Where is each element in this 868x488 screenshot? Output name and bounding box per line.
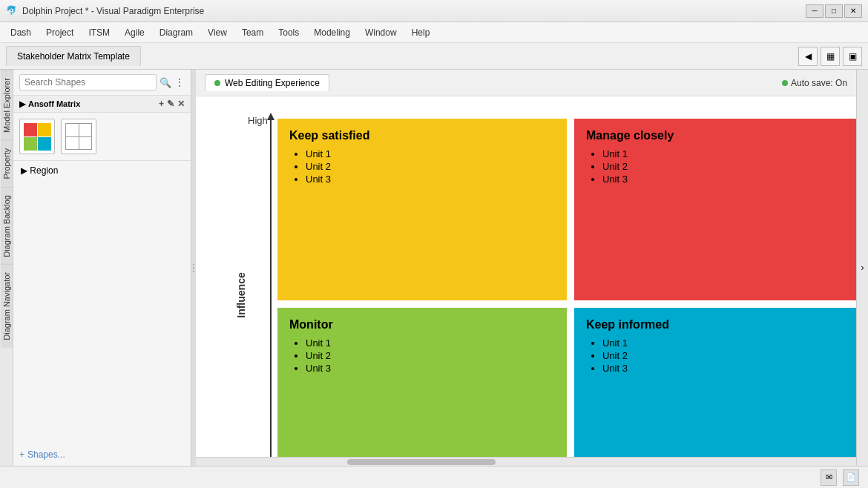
list-item: Unit 2 bbox=[306, 350, 555, 361]
quadrant-manage-closely-list: Unit 1 Unit 2 Unit 3 bbox=[586, 148, 852, 185]
shape-items bbox=[13, 113, 191, 160]
window-controls: ─ □ ✕ bbox=[806, 4, 862, 18]
edit-shape-icon[interactable]: ✎ bbox=[167, 99, 174, 109]
close-button[interactable]: ✕ bbox=[844, 4, 862, 18]
right-collapse-handle[interactable]: › bbox=[856, 70, 868, 466]
swatch-red bbox=[24, 123, 37, 136]
quadrant-manage-closely-title: Manage closely bbox=[586, 129, 852, 142]
y-axis-high: High bbox=[248, 115, 268, 126]
list-item: Unit 3 bbox=[306, 363, 555, 374]
grid-cell-1 bbox=[66, 124, 79, 136]
maximize-button[interactable]: □ bbox=[825, 4, 843, 18]
menu-item-itsm[interactable]: ITSM bbox=[81, 24, 117, 41]
menu-item-diagram[interactable]: Diagram bbox=[152, 24, 200, 41]
menu-item-dash[interactable]: Dash bbox=[3, 24, 39, 41]
menu-item-team[interactable]: Team bbox=[234, 24, 271, 41]
collapse-icon: › bbox=[861, 263, 864, 273]
template-tab[interactable]: Stakeholder Matrix Template bbox=[6, 46, 141, 66]
swatch-green bbox=[24, 137, 37, 151]
left-sidebar-tabs: Model Explorer Property Diagram Backlog … bbox=[0, 70, 13, 466]
add-icon: + bbox=[19, 449, 24, 460]
auto-save-label: Auto save: On bbox=[791, 78, 847, 88]
more-options-icon[interactable]: ⋮ bbox=[174, 76, 185, 88]
panel-empty-space bbox=[13, 180, 191, 449]
list-item: Unit 1 bbox=[306, 148, 555, 159]
list-item: Unit 2 bbox=[602, 350, 852, 361]
menu-item-help[interactable]: Help bbox=[404, 24, 438, 41]
active-indicator bbox=[214, 80, 220, 86]
scroll-thumb[interactable] bbox=[347, 459, 496, 465]
add-shapes-button[interactable]: + Shapes... bbox=[19, 449, 191, 460]
grid-cell-4 bbox=[79, 137, 92, 150]
auto-save-status: Auto save: On bbox=[782, 78, 847, 88]
quadrant-keep-satisfied-title: Keep satisfied bbox=[289, 129, 555, 142]
list-item: Unit 1 bbox=[602, 148, 852, 159]
add-shapes-label: Shapes... bbox=[27, 449, 65, 460]
diagram-tab-label: Web Editing Experience bbox=[225, 78, 320, 88]
quadrant-keep-satisfied-list: Unit 1 Unit 2 Unit 3 bbox=[289, 148, 555, 185]
search-shapes-bar: 🔍 ⋮ bbox=[13, 70, 191, 96]
view-icon[interactable]: ▣ bbox=[843, 47, 862, 66]
list-item: Unit 1 bbox=[306, 337, 555, 349]
quadrant-keep-informed-title: Keep informed bbox=[586, 318, 852, 332]
main-content: Model Explorer Property Diagram Backlog … bbox=[0, 70, 868, 466]
quadrant-keep-informed-list: Unit 1 Unit 2 Unit 3 bbox=[586, 337, 852, 374]
list-item: Unit 2 bbox=[306, 161, 555, 172]
close-shape-icon[interactable]: ✕ bbox=[177, 99, 185, 109]
title-bar: 🐬 Dolphin Project * - Visual Paradigm En… bbox=[0, 0, 868, 22]
quadrant-monitor[interactable]: Monitor Unit 1 Unit 2 Unit 3 bbox=[277, 308, 567, 457]
canvas[interactable]: Influence High Low Low High Interest Kee… bbox=[196, 96, 856, 457]
quadrant-keep-satisfied[interactable]: Keep satisfied Unit 1 Unit 2 Unit 3 bbox=[277, 119, 567, 300]
menu-bar: DashProjectITSMAgileDiagramViewTeamTools… bbox=[0, 22, 868, 43]
document-icon[interactable]: 📄 bbox=[843, 469, 859, 486]
color-swatch-shape[interactable] bbox=[19, 119, 55, 154]
menu-item-window[interactable]: Window bbox=[358, 24, 404, 41]
status-bar: ✉ 📄 bbox=[0, 466, 868, 488]
toolbar: Stakeholder Matrix Template ◀ ▦ ▣ bbox=[0, 43, 868, 70]
canvas-scrollbar[interactable] bbox=[196, 457, 856, 466]
diagram-header: Web Editing Experience Auto save: On bbox=[196, 70, 856, 96]
list-item: Unit 3 bbox=[306, 174, 555, 185]
list-item: Unit 3 bbox=[602, 363, 852, 374]
expand-icon[interactable]: ▶ bbox=[19, 99, 25, 109]
menu-item-tools[interactable]: Tools bbox=[271, 24, 306, 41]
panel-title: Ansoff Matrix bbox=[28, 99, 80, 108]
color-grid bbox=[24, 123, 50, 150]
app-title: Dolphin Project * - Visual Paradigm Ente… bbox=[22, 6, 806, 16]
toolbar-icons: ◀ ▦ ▣ bbox=[798, 47, 862, 66]
y-axis-label: Influence bbox=[235, 272, 247, 317]
minimize-button[interactable]: ─ bbox=[806, 4, 823, 18]
matrix-container: Influence High Low Low High Interest Kee… bbox=[240, 111, 856, 457]
matrix-grid: Keep satisfied Unit 1 Unit 2 Unit 3 Mana… bbox=[277, 119, 856, 457]
panel-icons: + ✎ ✕ bbox=[159, 99, 185, 109]
region-section: ▶ Region bbox=[13, 160, 191, 180]
region-expand-icon[interactable]: ▶ bbox=[21, 165, 27, 176]
menu-item-agile[interactable]: Agile bbox=[117, 24, 152, 41]
list-item: Unit 1 bbox=[602, 337, 852, 349]
quadrant-monitor-title: Monitor bbox=[289, 318, 555, 332]
sidebar-tab-property[interactable]: Property bbox=[1, 140, 13, 187]
sidebar-tab-model-explorer[interactable]: Model Explorer bbox=[1, 70, 13, 140]
sidebar-tab-diagram-backlog[interactable]: Diagram Backlog bbox=[1, 187, 13, 265]
menu-item-project[interactable]: Project bbox=[39, 24, 81, 41]
diagram-tab[interactable]: Web Editing Experience bbox=[205, 74, 329, 91]
search-icon: 🔍 bbox=[160, 77, 171, 88]
grid-shape bbox=[65, 123, 92, 150]
back-icon[interactable]: ◀ bbox=[798, 47, 818, 66]
app-logo: 🐬 bbox=[6, 5, 18, 17]
mail-icon[interactable]: ✉ bbox=[821, 469, 837, 486]
quadrant-manage-closely[interactable]: Manage closely Unit 1 Unit 2 Unit 3 bbox=[574, 119, 856, 300]
menu-item-view[interactable]: View bbox=[200, 24, 234, 41]
swatch-blue bbox=[38, 137, 51, 151]
search-input[interactable] bbox=[19, 74, 157, 90]
quadrant-keep-informed[interactable]: Keep informed Unit 1 Unit 2 Unit 3 bbox=[574, 308, 856, 457]
grid-icon[interactable]: ▦ bbox=[821, 47, 840, 66]
menu-item-modeling[interactable]: Modeling bbox=[306, 24, 358, 41]
y-axis bbox=[270, 115, 272, 457]
grid-shape-item[interactable] bbox=[61, 119, 96, 154]
grid-cell-3 bbox=[66, 137, 79, 150]
swatch-yellow bbox=[38, 123, 51, 136]
sidebar-tab-diagram-navigator[interactable]: Diagram Navigator bbox=[1, 264, 13, 348]
add-shape-icon[interactable]: + bbox=[159, 99, 164, 109]
panel-label-left: ▶ Ansoff Matrix bbox=[19, 99, 80, 109]
